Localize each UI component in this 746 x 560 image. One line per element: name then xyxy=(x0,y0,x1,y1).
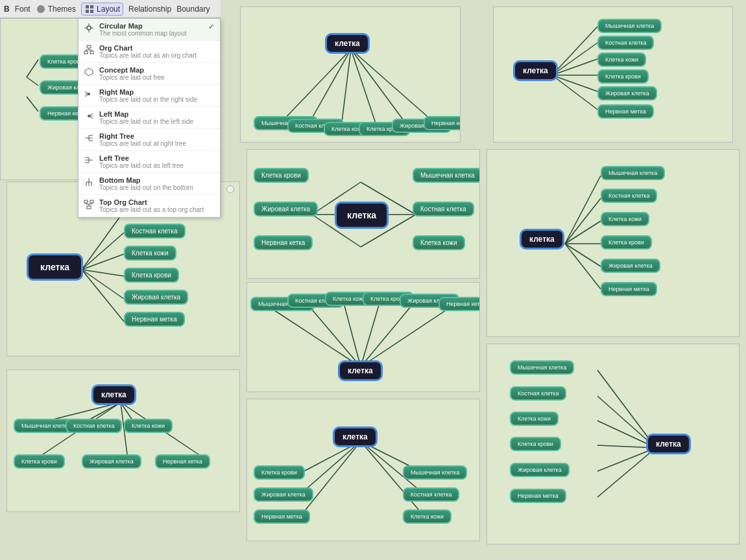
svg-line-72 xyxy=(306,302,361,367)
menu-right-tree[interactable]: Right Tree Topics are laid out at right … xyxy=(78,129,220,151)
branch-5-6[interactable]: Нервная кетка xyxy=(439,297,480,311)
branch-9-2[interactable]: Костная клетка xyxy=(510,386,566,401)
branch-6-6[interactable]: Нервная метка xyxy=(601,282,657,296)
menu-bottom[interactable]: Bottom Map Topics are laid out on the bo… xyxy=(78,173,220,195)
central-node-5[interactable]: клетка xyxy=(338,360,383,381)
boundary-button[interactable]: Boundary xyxy=(176,5,210,14)
branch-2-3[interactable]: Клетка кожи xyxy=(597,52,646,67)
menu-left-tree-title: Left Tree xyxy=(99,154,184,162)
menu-right-tree-desc: Topics are laid out at right tree xyxy=(99,140,186,147)
central-node-6[interactable]: клетка xyxy=(520,229,564,250)
branch-4-L1[interactable]: Клетка крови xyxy=(254,168,309,183)
svg-rect-12 xyxy=(90,51,93,54)
branch-7-6[interactable]: Нервная кетка xyxy=(155,454,210,469)
branch-3-5[interactable]: Жировая клетка xyxy=(124,290,188,305)
branch-9-3[interactable]: Клетка кожи xyxy=(510,412,559,426)
branch-7-2[interactable]: Костная клетка xyxy=(66,419,122,433)
svg-line-74 xyxy=(361,301,380,367)
branch-6-4[interactable]: Клетка крови xyxy=(601,235,652,250)
menu-org-title: Org Chart xyxy=(99,44,197,52)
svg-point-5 xyxy=(87,26,91,30)
map-bottom-right: клетка Мышечная клетка Костная клетка Кл… xyxy=(487,344,740,544)
svg-point-19 xyxy=(88,93,90,95)
toolbar: B Font Themes Layout Relationship Bounda… xyxy=(0,0,221,18)
branch-7-4[interactable]: Клетка крови xyxy=(14,454,65,469)
relationship-button[interactable]: Relationship xyxy=(128,5,171,14)
branch-4-L2[interactable]: Жировая клетка xyxy=(254,202,318,216)
branch-3-2[interactable]: Костная клетка xyxy=(124,224,186,239)
central-node-3[interactable]: клетка xyxy=(27,253,83,281)
branch-4-R1[interactable]: Мышечная клетка xyxy=(413,168,480,183)
svg-line-54 xyxy=(552,43,597,75)
branch-8-L2[interactable]: Жировая клетка xyxy=(254,487,313,502)
check-icon: ✓ xyxy=(208,22,215,31)
svg-rect-3 xyxy=(86,10,89,13)
branch-1-6[interactable]: Нервная кетка xyxy=(424,116,461,130)
svg-line-47 xyxy=(283,49,351,121)
branch-2-2[interactable]: Костная клетка xyxy=(597,36,654,50)
menu-org[interactable]: Org Chart Topics are laid out as an org … xyxy=(78,41,220,63)
svg-line-61 xyxy=(82,254,124,270)
svg-rect-11 xyxy=(84,51,88,54)
branch-6-3[interactable]: Клетка кожи xyxy=(601,212,649,226)
svg-marker-18 xyxy=(85,68,93,76)
branch-8-R2[interactable]: Костная клетка xyxy=(403,487,459,502)
menu-top-org[interactable]: Top Org Chart Topics are laid out as a t… xyxy=(78,195,220,217)
svg-rect-36 xyxy=(87,206,91,209)
branch-9-4[interactable]: Клетка крови xyxy=(510,437,561,451)
menu-circular-desc: The most common map layout xyxy=(99,30,187,37)
menu-concept-title: Concept Map xyxy=(99,66,165,74)
svg-line-49 xyxy=(341,49,351,127)
branch-4-R3[interactable]: Клетка кожи xyxy=(413,235,465,250)
branch-2-5[interactable]: Жировая клетка xyxy=(597,86,657,100)
themes-button[interactable]: Themes xyxy=(36,4,76,14)
central-node-7[interactable]: клетка xyxy=(91,384,136,405)
bold-button[interactable]: B xyxy=(4,5,10,14)
branch-8-L1[interactable]: Клетка крови xyxy=(254,465,305,480)
central-node-2[interactable]: клетка xyxy=(513,60,558,81)
menu-right[interactable]: Right Map Topics are laid out in the rig… xyxy=(78,85,220,107)
menu-left-tree-desc: Topics are laid out as left tree xyxy=(99,162,184,169)
map-bottom-center: клетка Клетка крови Жировая клетка Нервн… xyxy=(247,399,480,541)
central-node-9[interactable]: клетка xyxy=(646,434,691,454)
svg-line-44 xyxy=(27,60,38,77)
central-node-4[interactable]: клетка xyxy=(335,202,389,229)
svg-line-45 xyxy=(27,77,38,86)
branch-9-5[interactable]: Жировая клетка xyxy=(510,463,570,477)
central-node-1[interactable]: клетка xyxy=(325,33,370,54)
branch-8-L3[interactable]: Нервная метка xyxy=(254,509,310,524)
branch-7-3[interactable]: Клетка кожи xyxy=(124,419,173,433)
menu-concept[interactable]: Concept Map Topics are laid out free xyxy=(78,63,220,85)
branch-2-1[interactable]: Мышечная клетка xyxy=(597,19,662,33)
branch-8-R1[interactable]: Мышечная клетка xyxy=(403,465,467,480)
font-button[interactable]: Font xyxy=(15,5,30,14)
layout-button[interactable]: Layout xyxy=(81,3,123,16)
branch-2-4[interactable]: Клетка крови xyxy=(597,69,649,84)
branch-4-R2[interactable]: Костная клетка xyxy=(413,202,474,216)
central-node-8[interactable]: клетка xyxy=(333,426,378,447)
branch-7-5[interactable]: Жировая клетка xyxy=(82,454,141,469)
branch-2-6[interactable]: Нервная метка xyxy=(597,104,654,119)
menu-left-tree[interactable]: Left Tree Topics are laid out as left tr… xyxy=(78,151,220,173)
branch-6-1[interactable]: Мышечная клетка xyxy=(601,166,665,180)
svg-line-57 xyxy=(552,75,597,91)
branch-9-1[interactable]: Мышечная клетка xyxy=(510,360,574,375)
svg-line-79 xyxy=(565,221,601,244)
svg-point-20 xyxy=(88,115,90,117)
branch-6-2[interactable]: Костная клетка xyxy=(601,189,657,203)
svg-line-82 xyxy=(565,244,601,289)
menu-circular[interactable]: Circular Map The most common map layout … xyxy=(78,19,220,41)
branch-4-L3[interactable]: Нервная кетка xyxy=(254,235,313,250)
branch-6-5[interactable]: Жировая клетка xyxy=(601,259,660,273)
branch-3-3[interactable]: Клетка кожи xyxy=(124,246,176,261)
menu-left[interactable]: Left Map Topics are laid out in the left… xyxy=(78,107,220,129)
menu-right-tree-title: Right Tree xyxy=(99,132,186,140)
branch-9-6[interactable]: Нервная метка xyxy=(510,489,566,503)
svg-line-59 xyxy=(82,211,124,270)
svg-line-46 xyxy=(27,97,38,111)
branch-8-R3[interactable]: Клетка кожи xyxy=(403,509,451,524)
svg-line-71 xyxy=(267,305,361,367)
branch-3-6[interactable]: Нервная метка xyxy=(124,312,185,327)
svg-line-48 xyxy=(309,49,351,124)
branch-3-4[interactable]: Клетка крови xyxy=(124,268,179,283)
